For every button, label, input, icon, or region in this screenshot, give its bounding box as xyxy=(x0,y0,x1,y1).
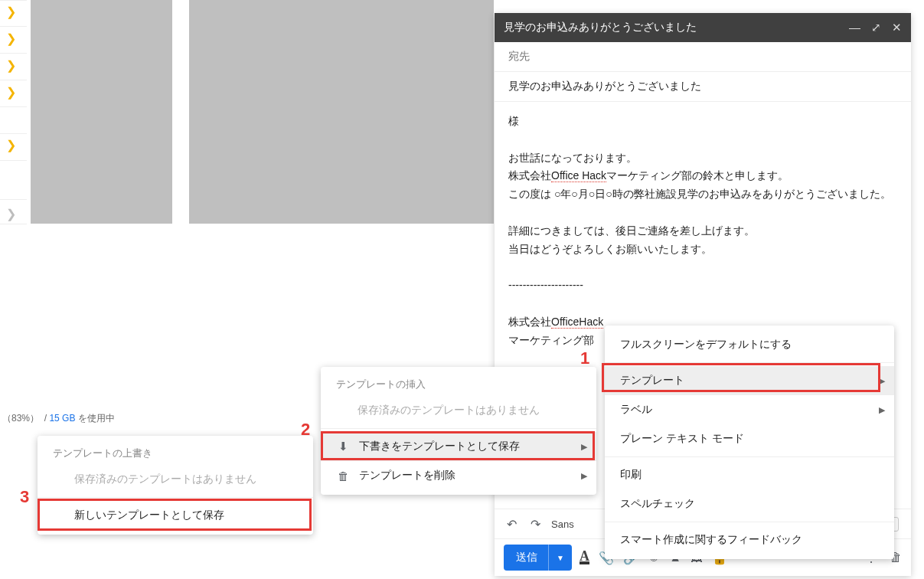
storage-link[interactable]: 15 GB xyxy=(49,413,75,424)
close-icon[interactable]: ✕ xyxy=(892,21,902,34)
menu-fullscreen-default[interactable]: フルスクリーンをデフォルトにする xyxy=(605,330,894,359)
attachment-thumb[interactable] xyxy=(189,0,494,224)
redo-button[interactable]: ↷ xyxy=(527,514,544,535)
template-insert-none: 保存済みのテンプレートはありません xyxy=(321,396,596,425)
font-select[interactable]: Sans xyxy=(551,518,574,530)
template-insert-header: テンプレートの挿入 xyxy=(321,371,596,396)
compose-header[interactable]: 見学のお申込みありがとうございました — ⤢ ✕ xyxy=(495,13,911,42)
menu-plaintext[interactable]: プレーン テキスト モード xyxy=(605,424,894,453)
menu-save-draft-as-template[interactable]: ⬇ 下書きをテンプレートとして保存 ▶ xyxy=(321,432,596,461)
trash-icon: 🗑 xyxy=(336,469,350,483)
menu-save-as-new-template[interactable]: 新しいテンプレートとして保存 xyxy=(38,501,313,530)
send-dropdown[interactable]: ▼ xyxy=(548,545,572,571)
chevron-right-icon: ▶ xyxy=(581,442,587,452)
menu-smart-compose-feedback[interactable]: スマート作成に関するフィードバック xyxy=(605,525,894,554)
menu-label[interactable]: ラベル ▶ xyxy=(605,395,894,424)
chevron-right-icon: ▶ xyxy=(879,376,885,386)
important-chevron-icon[interactable]: ❯ xyxy=(6,31,16,46)
overwrite-header: テンプレートの上書き xyxy=(38,440,313,465)
menu-template[interactable]: テンプレート ▶ xyxy=(605,366,894,395)
chevron-right-icon: ▶ xyxy=(879,405,885,415)
important-chevron-icon[interactable]: ❯ xyxy=(6,138,16,152)
save-template-submenu: テンプレートの上書き 保存済みのテンプレートはありません 新しいテンプレートとし… xyxy=(38,436,313,535)
minimize-icon[interactable]: — xyxy=(849,21,860,34)
storage-usage: （83%） / 15 GB を使用中 xyxy=(2,412,115,425)
menu-delete-template[interactable]: 🗑 テンプレートを削除 ▶ xyxy=(321,461,596,490)
text-format-icon[interactable]: A xyxy=(580,551,589,564)
menu-print[interactable]: 印刷 xyxy=(605,460,894,489)
label-chevron-icon[interactable]: ❯ xyxy=(6,207,16,221)
undo-button[interactable]: ↶ xyxy=(504,514,520,535)
important-chevron-icon[interactable]: ❯ xyxy=(6,5,16,19)
attachment-thumb[interactable] xyxy=(31,0,172,224)
important-chevron-icon[interactable]: ❯ xyxy=(6,58,16,73)
save-icon: ⬇ xyxy=(336,440,350,453)
menu-spellcheck[interactable]: スペルチェック xyxy=(605,489,894,518)
expand-icon[interactable]: ⤢ xyxy=(871,21,881,34)
send-button[interactable]: 送信 ▼ xyxy=(504,545,572,571)
subject-field[interactable]: 見学のお申込みありがとうございました xyxy=(495,72,911,102)
chevron-right-icon: ▶ xyxy=(581,471,587,481)
compose-overflow-menu: フルスクリーンをデフォルトにする テンプレート ▶ ラベル ▶ プレーン テキス… xyxy=(605,325,894,559)
template-submenu: テンプレートの挿入 保存済みのテンプレートはありません ⬇ 下書きをテンプレート… xyxy=(321,367,596,495)
recipients-field[interactable]: 宛先 xyxy=(495,42,911,72)
left-gutter: ❯ ❯ ❯ ❯ ❯ ❯ xyxy=(0,0,27,579)
compose-title: 見学のお申込みありがとうございました xyxy=(504,21,849,34)
overwrite-none: 保存済みのテンプレートはありません xyxy=(38,465,313,494)
important-chevron-icon[interactable]: ❯ xyxy=(6,85,16,100)
